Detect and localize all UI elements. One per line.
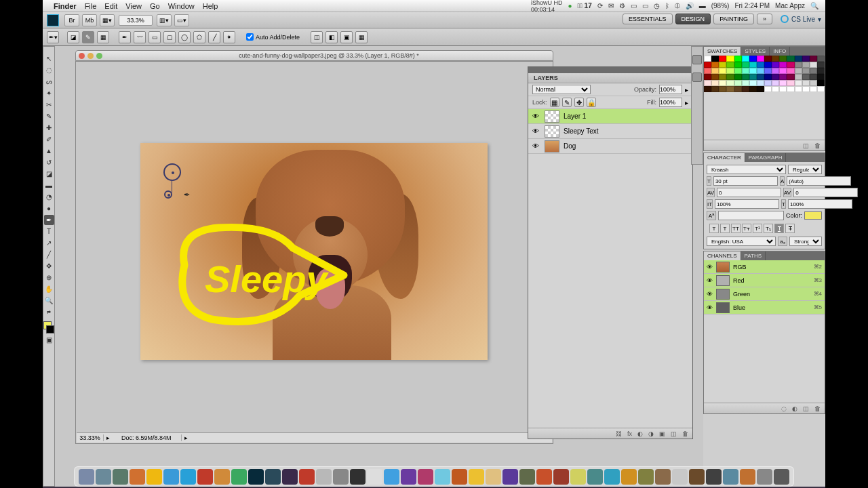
fx-icon[interactable]: fx [627, 430, 632, 437]
swatch-cell[interactable] [734, 68, 742, 74]
dock-app-icon[interactable] [180, 469, 196, 485]
path-op-add[interactable]: ◫ [311, 31, 323, 43]
clock[interactable]: Fri 2:24 PM [734, 2, 770, 9]
smallcaps-button[interactable]: Tᴛ [742, 224, 751, 233]
pen-anchor-1[interactable] [163, 163, 181, 181]
workspace-painting[interactable]: PAINTING [713, 14, 754, 24]
swatch-cell[interactable] [734, 74, 742, 80]
move-tool[interactable]: ↖ [44, 54, 54, 64]
underline-button[interactable]: T̲ [774, 224, 784, 233]
workspace-design[interactable]: DESIGN [675, 14, 711, 24]
dock-app-icon[interactable] [163, 469, 179, 485]
swatch-cell[interactable] [787, 68, 794, 74]
dock-app-icon[interactable] [689, 469, 705, 485]
save-selection-icon[interactable]: ◐ [792, 405, 797, 412]
eyedropper-tool[interactable]: ✎ [44, 111, 54, 121]
swatch-cell[interactable] [817, 80, 825, 86]
swatch-cell[interactable] [757, 62, 764, 68]
tab-paragraph[interactable]: PARAGRAPH [745, 153, 787, 162]
subscript-button[interactable]: T₁ [764, 224, 773, 233]
swatch-cell[interactable] [726, 56, 734, 62]
swatch-cell[interactable] [734, 86, 742, 92]
path-op-subtract[interactable]: ◧ [326, 31, 338, 43]
crop-tool[interactable]: ✂ [44, 100, 54, 110]
dock-app-icon[interactable] [197, 469, 213, 485]
tracking-input[interactable] [793, 188, 858, 197]
dock-app-icon[interactable] [452, 469, 467, 485]
layer-row-sleepy[interactable]: 👁 Sleepy Text [528, 124, 692, 139]
user-menu[interactable]: Mac Appz [775, 2, 805, 9]
dock-app-icon[interactable] [299, 469, 315, 485]
leading-input[interactable] [787, 176, 851, 186]
3d-camera-tool[interactable]: ⊕ [44, 272, 54, 283]
arrange-docs-button[interactable]: ▥▾ [157, 14, 172, 26]
visibility-icon[interactable]: 👁 [531, 142, 540, 150]
tab-character[interactable]: CHARACTER [704, 153, 745, 162]
dock-app-icon[interactable] [316, 469, 332, 485]
swatch-cell[interactable] [764, 56, 772, 62]
blur-tool[interactable]: ◔ [44, 192, 54, 202]
swatch-cell[interactable] [779, 74, 787, 80]
font-size-input[interactable] [713, 176, 778, 186]
new-channel-icon[interactable]: ◫ [803, 405, 809, 412]
visibility-icon[interactable]: 👁 [707, 304, 713, 311]
swatch-cell[interactable] [810, 56, 817, 62]
dock-app-icon[interactable] [740, 469, 755, 485]
swatch-cell[interactable] [719, 86, 726, 92]
swatch-cell[interactable] [719, 80, 726, 86]
path-op-exclude[interactable]: ▦ [355, 31, 368, 43]
swatch-cell[interactable] [779, 80, 787, 86]
tab-channels[interactable]: CHANNELS [704, 251, 741, 260]
swatch-cell[interactable] [772, 68, 779, 74]
swatch-cell[interactable] [726, 86, 734, 92]
swatch-cell[interactable] [704, 56, 711, 62]
swatch-cell[interactable] [817, 68, 825, 74]
dock-app-icon[interactable] [214, 469, 230, 485]
display2-icon[interactable]: ▭ [642, 2, 648, 9]
dock-app-icon[interactable] [79, 469, 94, 485]
dock-app-icon[interactable] [502, 469, 518, 485]
swatch-cell[interactable] [802, 62, 810, 68]
swatch-cell[interactable] [734, 80, 742, 86]
swatch-cell[interactable] [704, 86, 711, 92]
color-toggle[interactable]: ⇄ [44, 307, 54, 317]
delete-swatch-icon[interactable]: 🗑 [814, 142, 821, 149]
swatch-cell[interactable] [704, 74, 711, 80]
fill-pixels-mode[interactable]: ▦ [97, 31, 109, 43]
vscale-input[interactable] [715, 199, 779, 209]
swatch-cell[interactable] [749, 74, 757, 80]
tab-styles[interactable]: STYLES [741, 47, 770, 56]
collapsed-dock[interactable] [691, 46, 703, 165]
history-brush-tool[interactable]: ↺ [44, 157, 54, 167]
visibility-icon[interactable]: 👁 [707, 291, 713, 298]
dock-app-icon[interactable] [519, 469, 535, 485]
swatch-cell[interactable] [772, 62, 779, 68]
dock-app-icon[interactable] [723, 469, 738, 485]
tab-swatches[interactable]: SWATCHES [704, 47, 741, 56]
pen-anchor-2[interactable] [164, 190, 172, 199]
swatch-cell[interactable] [704, 80, 711, 86]
swatch-cell[interactable] [719, 56, 726, 62]
pen-tool-preset[interactable]: ✒▾ [47, 31, 59, 43]
layer-row-dog[interactable]: 👁 Dog [528, 139, 692, 154]
path-op-intersect[interactable]: ▣ [340, 31, 353, 43]
dock-app-icon[interactable] [401, 469, 416, 485]
tab-info[interactable]: INFO [770, 47, 790, 56]
menu-help[interactable]: Help [203, 2, 218, 10]
dock-app-icon[interactable] [621, 469, 637, 485]
font-family-select[interactable]: Kraash [707, 165, 786, 174]
shape-layers-mode[interactable]: ◪ [67, 31, 79, 43]
swatch-cell[interactable] [764, 68, 772, 74]
delete-channel-icon[interactable]: 🗑 [814, 405, 821, 412]
minimize-window-icon[interactable] [87, 53, 94, 59]
status-zoom[interactable]: 33.33% [77, 434, 104, 441]
dock-app-icon[interactable] [282, 469, 298, 485]
swatch-cell[interactable] [817, 86, 825, 92]
collapsed-panel-icon[interactable] [692, 55, 702, 64]
3d-tool[interactable]: ✥ [44, 261, 54, 271]
channel-row[interactable]: 👁Green⌘4 [704, 287, 825, 301]
dock-app-icon[interactable] [757, 469, 772, 485]
swatch-cell[interactable] [787, 86, 794, 92]
path-select-tool[interactable]: ↗ [44, 238, 54, 248]
dock-app-icon[interactable] [638, 469, 654, 485]
